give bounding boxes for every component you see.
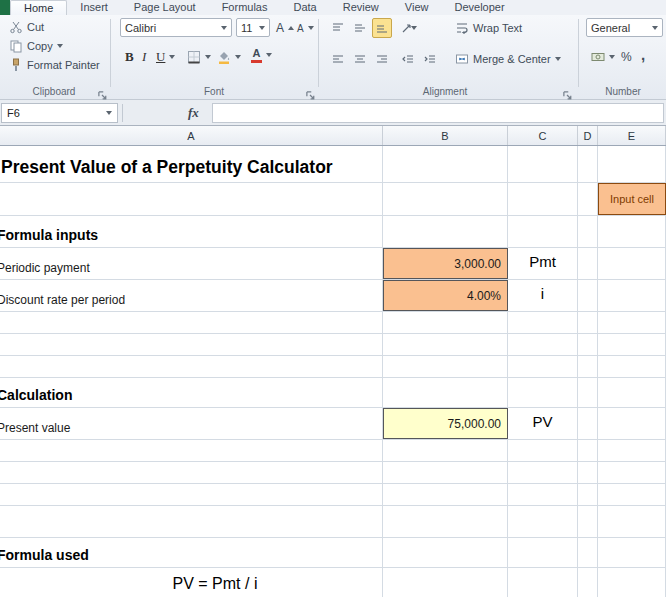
cell-E9[interactable] xyxy=(598,378,666,407)
cell-B2[interactable] xyxy=(383,183,508,215)
cell-E12[interactable] xyxy=(598,462,666,483)
cell-A3[interactable]: Formula inputs xyxy=(0,216,383,247)
cell-C8[interactable] xyxy=(508,356,578,377)
increase-indent-button[interactable] xyxy=(420,49,440,69)
cell-C9[interactable] xyxy=(508,378,578,407)
cell-C12[interactable] xyxy=(508,462,578,483)
comma-style-button[interactable]: , xyxy=(638,45,648,63)
cell-D10[interactable] xyxy=(578,408,598,439)
cell-B5[interactable]: 4.00% xyxy=(383,280,508,311)
underline-button[interactable]: U xyxy=(153,48,178,66)
cell-D14[interactable] xyxy=(578,506,598,537)
formula-input[interactable] xyxy=(212,103,664,123)
cell-D12[interactable] xyxy=(578,462,598,483)
wrap-text-button[interactable]: Wrap Text xyxy=(452,19,525,37)
cell-A9[interactable]: Calculation xyxy=(0,378,383,407)
font-size-select[interactable]: 11 xyxy=(236,18,270,37)
cell-B8[interactable] xyxy=(383,356,508,377)
copy-button[interactable]: Copy xyxy=(6,37,66,55)
fill-color-button[interactable] xyxy=(214,48,244,66)
column-header-E[interactable]: E xyxy=(598,126,666,145)
cell-B6[interactable] xyxy=(383,312,508,333)
align-bottom-button[interactable] xyxy=(372,18,392,38)
tab-home[interactable]: Home xyxy=(10,0,67,15)
cell-A14[interactable] xyxy=(0,506,383,537)
cell-A13[interactable] xyxy=(0,484,383,505)
cell-A5[interactable]: Discount rate per period xyxy=(0,280,383,311)
cell-E6[interactable] xyxy=(598,312,666,333)
cell-C5[interactable]: i xyxy=(508,280,578,311)
cell-E1[interactable] xyxy=(598,146,666,182)
tab-view[interactable]: View xyxy=(392,0,442,15)
cell-B13[interactable] xyxy=(383,484,508,505)
cell-B9[interactable] xyxy=(383,378,508,407)
tab-data[interactable]: Data xyxy=(280,0,329,15)
cell-D1[interactable] xyxy=(578,146,598,182)
cell-A15[interactable]: Formula used xyxy=(0,538,383,567)
cell-B16[interactable] xyxy=(383,568,508,597)
cell-D16[interactable] xyxy=(578,568,598,597)
tab-review[interactable]: Review xyxy=(330,0,392,15)
bold-button[interactable]: B xyxy=(122,48,137,66)
cell-D3[interactable] xyxy=(578,216,598,247)
cell-E15[interactable] xyxy=(598,538,666,567)
cell-B4[interactable]: 3,000.00 xyxy=(383,248,508,279)
column-header-B[interactable]: B xyxy=(383,126,508,145)
cell-C7[interactable] xyxy=(508,334,578,355)
cell-C4[interactable]: Pmt xyxy=(508,248,578,279)
align-left-button[interactable] xyxy=(328,49,348,69)
cell-E8[interactable] xyxy=(598,356,666,377)
align-right-button[interactable] xyxy=(372,49,392,69)
cell-E4[interactable] xyxy=(598,248,666,279)
cell-E2[interactable]: Input cell xyxy=(598,183,666,215)
cell-C14[interactable] xyxy=(508,506,578,537)
font-name-select[interactable]: Calibri xyxy=(120,18,232,37)
cell-E3[interactable] xyxy=(598,216,666,247)
percent-style-button[interactable]: % xyxy=(618,48,635,66)
cell-D15[interactable] xyxy=(578,538,598,567)
cell-A7[interactable] xyxy=(0,334,383,355)
cell-E11[interactable] xyxy=(598,440,666,461)
cell-C15[interactable] xyxy=(508,538,578,567)
decrease-indent-button[interactable] xyxy=(398,49,418,69)
cell-C10[interactable]: PV xyxy=(508,408,578,439)
cell-E16[interactable] xyxy=(598,568,666,597)
tab-developer[interactable]: Developer xyxy=(441,0,517,15)
column-header-D[interactable]: D xyxy=(578,126,598,145)
align-top-button[interactable] xyxy=(328,18,348,38)
cell-C13[interactable] xyxy=(508,484,578,505)
cell-A12[interactable] xyxy=(0,462,383,483)
column-header-A[interactable]: A xyxy=(0,126,383,145)
cell-A1[interactable]: Present Value of a Perpetuity Calculator xyxy=(0,146,383,182)
cell-C6[interactable] xyxy=(508,312,578,333)
cell-A10[interactable]: Present value xyxy=(0,408,383,439)
cell-A11[interactable] xyxy=(0,440,383,461)
cell-D2[interactable] xyxy=(578,183,598,215)
cell-D5[interactable] xyxy=(578,280,598,311)
cell-C1[interactable] xyxy=(508,146,578,182)
cell-B12[interactable] xyxy=(383,462,508,483)
cell-B10[interactable]: 75,000.00 xyxy=(383,408,508,439)
font-color-button[interactable]: A xyxy=(248,46,275,64)
number-format-select[interactable]: General xyxy=(586,18,663,37)
column-header-C[interactable]: C xyxy=(508,126,578,145)
file-tab-edge[interactable] xyxy=(0,0,10,15)
align-center-button[interactable] xyxy=(350,49,370,69)
font-dialog-launcher[interactable] xyxy=(305,86,315,96)
insert-function-button[interactable]: fx xyxy=(188,105,199,121)
cell-D6[interactable] xyxy=(578,312,598,333)
cell-B1[interactable] xyxy=(383,146,508,182)
cell-D9[interactable] xyxy=(578,378,598,407)
shrink-font-button[interactable]: A xyxy=(294,19,317,37)
cell-B7[interactable] xyxy=(383,334,508,355)
cell-E7[interactable] xyxy=(598,334,666,355)
tab-page-layout[interactable]: Page Layout xyxy=(121,0,209,15)
tab-insert[interactable]: Insert xyxy=(67,0,121,15)
cell-B11[interactable] xyxy=(383,440,508,461)
cell-E14[interactable] xyxy=(598,506,666,537)
cell-E5[interactable] xyxy=(598,280,666,311)
cell-C16[interactable] xyxy=(508,568,578,597)
cell-E13[interactable] xyxy=(598,484,666,505)
cell-D11[interactable] xyxy=(578,440,598,461)
cell-D13[interactable] xyxy=(578,484,598,505)
